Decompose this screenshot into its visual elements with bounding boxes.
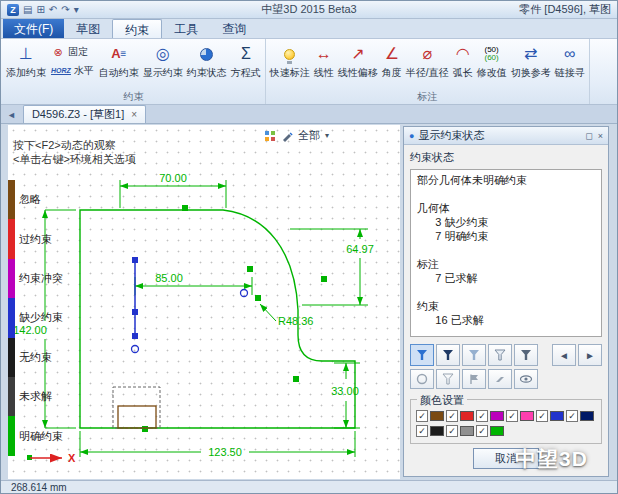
dim-85-label[interactable]: 85.00	[155, 272, 183, 284]
radius-diameter-button[interactable]: ⌀ 半径/直径	[404, 39, 451, 91]
add-constraint-button[interactable]: ⊥ 添加约束	[4, 39, 48, 91]
unsolved-color-swatch	[460, 426, 474, 436]
panel-window-icon[interactable]: ◻	[585, 131, 592, 141]
show-constraint-button[interactable]: ◎ 显示约束	[141, 39, 185, 91]
x-axis-label: X	[68, 452, 76, 464]
dim-6497[interactable]	[290, 229, 368, 305]
redo-icon[interactable]: ↷	[61, 4, 69, 16]
ignore-color-checkbox[interactable]: ✓	[416, 410, 428, 422]
dim-85[interactable]	[135, 277, 252, 295]
sketch-canvas[interactable]: 70.00 64.97 85.00	[8, 125, 400, 479]
undo-icon[interactable]: ↶	[49, 4, 57, 16]
tab-inquire[interactable]: 查询	[210, 19, 258, 38]
constraint-status-button[interactable]: 约束状态	[185, 39, 229, 91]
wellconstrained-color-checkbox[interactable]: ✓	[476, 425, 488, 437]
filter-all-dropdown[interactable]: 全部	[298, 128, 320, 143]
link-label: 链接寻	[555, 66, 585, 80]
app-logo-icon[interactable]: Z	[7, 4, 19, 16]
funnel-gray-icon	[520, 349, 532, 361]
tab-file[interactable]: 文件(F)	[3, 19, 64, 38]
unconstrained-color-checkbox[interactable]: ✓	[416, 425, 428, 437]
hint-line-2: <单击右键>环境相关选项	[13, 152, 136, 166]
filter-all-button[interactable]	[410, 344, 434, 366]
panel-titlebar: ● 显示约束状态 ◻ ×	[404, 127, 608, 145]
equation-button[interactable]: Σ 方程式	[229, 39, 263, 91]
prev-entity-button[interactable]: ◄	[552, 344, 576, 366]
underconstrained-color-checkbox[interactable]: ✓	[536, 410, 548, 422]
quick-dimension-button[interactable]: 快速标注	[268, 39, 312, 91]
tab-tools[interactable]: 工具	[162, 19, 210, 38]
new-icon[interactable]: ⊞	[36, 4, 44, 16]
color-settings-label: 颜色设置	[417, 393, 467, 408]
legend-label-unsolved: 未求解	[19, 389, 52, 404]
fixed-button[interactable]: ⊗ 固定	[51, 45, 94, 59]
visibility-button[interactable]	[514, 369, 538, 389]
next-entity-button[interactable]: ►	[578, 344, 602, 366]
flag-button[interactable]	[462, 369, 486, 389]
sketch-drawing[interactable]: 70.00 64.97 85.00	[8, 125, 400, 479]
angle-dimension-button[interactable]: ∠ 角度	[380, 39, 404, 91]
add-constraint-icon: ⊥	[19, 42, 33, 66]
pink-color-swatch	[520, 411, 534, 421]
eye-icon	[519, 373, 533, 385]
underconstrained-point[interactable]	[241, 290, 248, 297]
underconstrained-point-2[interactable]	[132, 346, 139, 353]
auto-constraint-button[interactable]: A≡ 自动约束	[97, 39, 141, 91]
color-option: ✓	[566, 410, 594, 422]
info-button[interactable]	[410, 369, 434, 389]
dim-6497-label[interactable]: 64.97	[346, 243, 374, 255]
auto-constraint-icon: A≡	[111, 42, 126, 66]
edit-pencil-icon[interactable]	[281, 130, 293, 142]
filter-geometry-button[interactable]	[436, 344, 460, 366]
panel-title: 显示约束状态	[418, 128, 484, 143]
erase-button[interactable]	[488, 369, 512, 389]
panel-title-icon: ●	[409, 131, 414, 141]
conflict-color-checkbox[interactable]: ✓	[476, 410, 488, 422]
dim-33-label[interactable]: 33.00	[331, 385, 359, 397]
modify-value-button[interactable]: (50)(60) 修改值	[475, 39, 509, 91]
selection-box[interactable]	[113, 387, 160, 428]
legend-item: 明确约束	[8, 416, 63, 455]
filter-toggle-button[interactable]	[436, 369, 460, 389]
dim-12350-label[interactable]: 123.50	[208, 446, 242, 458]
canvas-mini-toolbar: 全部 ▾	[264, 128, 329, 143]
tab-sketch[interactable]: 草图	[64, 19, 112, 38]
document-tab[interactable]: D4596.Z3 - [草图1] ×	[23, 105, 146, 123]
modify-value-text-icon: (50)(60)	[485, 46, 499, 62]
arc-length-button[interactable]: ◠ 弧长	[451, 39, 475, 91]
navy-color-swatch	[580, 411, 594, 421]
linear-offset-button[interactable]: ↗ 线性偏移	[336, 39, 380, 91]
dim-70[interactable]	[120, 180, 226, 208]
display-grid-icon[interactable]	[264, 130, 276, 142]
linear-offset-label: 线性偏移	[338, 66, 378, 80]
radius-leader	[260, 304, 276, 321]
next-icon: ►	[585, 350, 595, 361]
unsolved-color-checkbox[interactable]: ✓	[446, 425, 458, 437]
tab-constraint[interactable]: 约束	[112, 19, 162, 38]
overconstrained-color-checkbox[interactable]: ✓	[446, 410, 458, 422]
link-button[interactable]: ∞ 链接寻	[553, 39, 587, 91]
funnel-blue-icon	[416, 349, 428, 361]
filter-constraint-button[interactable]	[488, 344, 512, 366]
document-icon[interactable]: ▤	[23, 4, 32, 16]
legend-swatch-unconstrained	[8, 338, 15, 377]
navy-color-checkbox[interactable]: ✓	[566, 410, 578, 422]
doc-nav-left-icon[interactable]: ◄	[5, 110, 18, 123]
quickaccess-caret-icon[interactable]: ▾	[74, 4, 79, 16]
horizontal-button[interactable]: HORZ 水平	[51, 64, 94, 78]
filter-dimension-button[interactable]	[462, 344, 486, 366]
ignored-geometry[interactable]	[118, 406, 156, 428]
panel-close-icon[interactable]: ×	[598, 131, 603, 141]
sketch-profile[interactable]	[80, 210, 355, 428]
filter-solved-button[interactable]	[514, 344, 538, 366]
unconstrained-color-swatch	[430, 426, 444, 436]
document-tab-close-icon[interactable]: ×	[131, 109, 137, 120]
color-option: ✓	[476, 410, 504, 422]
dim-radius-label[interactable]: R48.36	[278, 315, 313, 327]
pink-color-checkbox[interactable]: ✓	[506, 410, 518, 422]
filter-caret-icon[interactable]: ▾	[325, 131, 329, 140]
linear-dimension-button[interactable]: ↔ 线性	[312, 39, 336, 91]
legend-label-unconstrained: 无约束	[19, 350, 52, 365]
dim-70-label[interactable]: 70.00	[159, 172, 187, 184]
toggle-reference-button[interactable]: ⇄ 切换参考	[509, 39, 553, 91]
